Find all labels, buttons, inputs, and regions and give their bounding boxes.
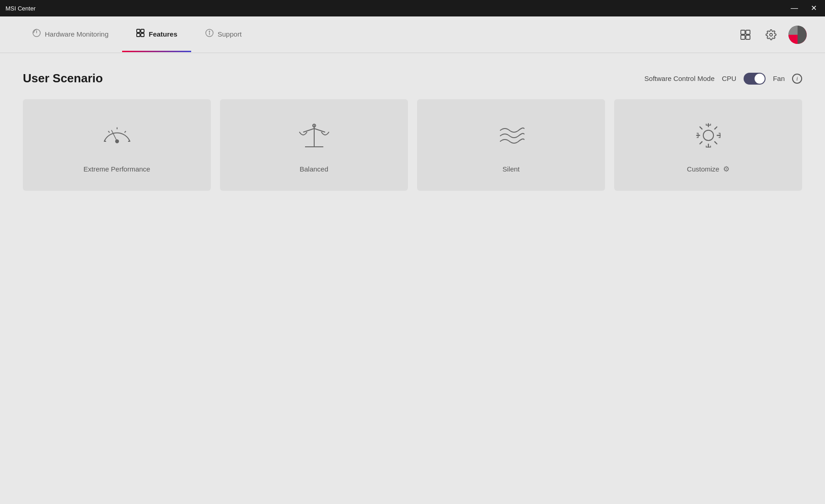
window-controls: — ✕ [788, 4, 820, 13]
svg-rect-2 [141, 29, 144, 32]
card-customize-label: Customize ⚙ [687, 165, 729, 173]
tab-hardware-monitoring-label: Hardware Monitoring [45, 30, 108, 38]
toggle-knob [755, 74, 765, 84]
svg-line-21 [314, 129, 325, 132]
card-extreme-performance-label: Extreme Performance [84, 165, 150, 173]
svg-rect-1 [137, 29, 140, 32]
svg-line-17 [124, 131, 126, 132]
fan-label: Fan [773, 75, 785, 82]
settings-button[interactable] [763, 27, 779, 43]
customize-gear-icon [690, 117, 727, 155]
page-content: User Scenario Software Control Mode CPU … [0, 53, 825, 504]
avatar[interactable] [788, 26, 807, 44]
svg-rect-3 [137, 33, 140, 37]
settings-gear-icon [766, 29, 777, 40]
section-header: User Scenario Software Control Mode CPU … [23, 71, 802, 86]
tab-features-label: Features [149, 30, 177, 38]
support-icon [205, 28, 214, 40]
app-title: MSI Center [5, 5, 36, 12]
svg-point-11 [770, 33, 772, 36]
grid-view-button[interactable] [737, 27, 754, 43]
svg-rect-4 [141, 33, 144, 37]
main-content: Hardware Monitoring Features [0, 16, 825, 504]
svg-rect-9 [741, 35, 745, 39]
nav-actions [737, 26, 807, 44]
titlebar: MSI Center — ✕ [0, 0, 825, 16]
tab-support[interactable]: Support [191, 16, 256, 53]
cpu-toggle[interactable] [744, 73, 766, 85]
features-icon [136, 28, 145, 40]
svg-rect-10 [746, 35, 750, 39]
grid-icon [740, 29, 751, 40]
svg-rect-8 [746, 30, 750, 34]
svg-rect-7 [741, 30, 745, 34]
software-control-label: Software Control Mode [644, 75, 714, 82]
scenario-cards: Extreme Performance [23, 99, 802, 191]
hardware-monitoring-icon [32, 28, 41, 40]
title-text: MSI Center [5, 5, 36, 12]
svg-point-6 [209, 31, 210, 32]
waves-icon [493, 118, 530, 156]
nav-bar: Hardware Monitoring Features [0, 16, 825, 53]
fan-info-button[interactable]: i [792, 74, 802, 84]
nav-tabs: Hardware Monitoring Features [18, 16, 737, 53]
avatar-image [788, 26, 807, 44]
card-customize[interactable]: Customize ⚙ [614, 99, 802, 191]
close-button[interactable]: ✕ [808, 4, 820, 13]
svg-point-23 [703, 130, 713, 140]
svg-point-12 [115, 139, 118, 142]
card-silent-label: Silent [503, 165, 520, 173]
section-controls: Software Control Mode CPU Fan i [644, 73, 802, 85]
cpu-label: CPU [722, 75, 736, 82]
card-silent[interactable]: Silent [417, 99, 605, 191]
scales-icon [296, 118, 332, 156]
svg-line-20 [303, 129, 314, 132]
svg-line-16 [108, 131, 109, 132]
tab-features[interactable]: Features [122, 16, 191, 53]
customize-settings-icon: ⚙ [723, 165, 729, 173]
card-extreme-performance[interactable]: Extreme Performance [23, 99, 211, 191]
speedometer-icon [99, 118, 135, 156]
card-balanced-label: Balanced [300, 165, 328, 173]
section-title: User Scenario [23, 71, 103, 86]
card-balanced[interactable]: Balanced [220, 99, 408, 191]
minimize-button[interactable]: — [788, 4, 801, 13]
tab-hardware-monitoring[interactable]: Hardware Monitoring [18, 16, 122, 53]
tab-support-label: Support [218, 30, 242, 38]
